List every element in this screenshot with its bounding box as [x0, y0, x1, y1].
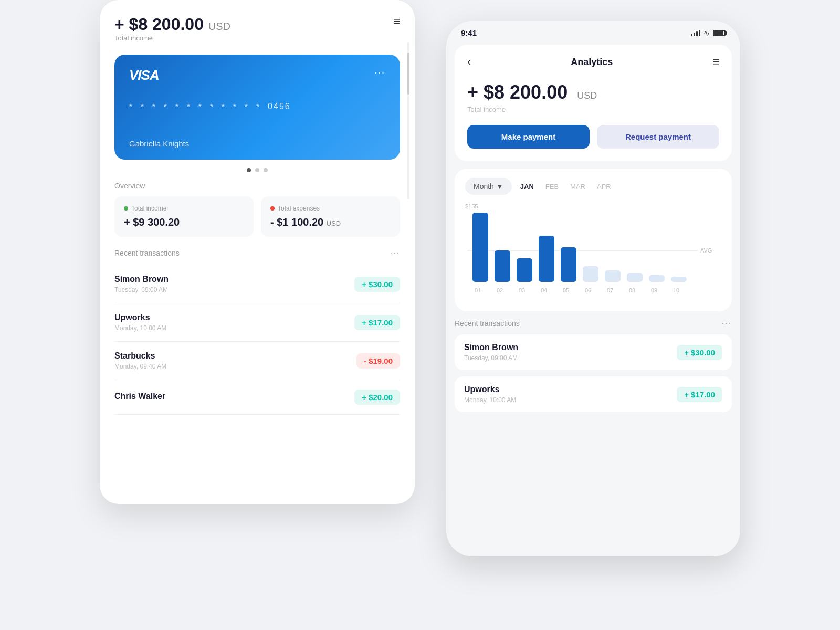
transaction-amount: + $20.00: [354, 390, 400, 405]
bar-03: [517, 258, 532, 282]
request-payment-button[interactable]: Request payment: [597, 125, 719, 149]
scroll-dot-3[interactable]: [264, 168, 268, 172]
overview-expenses-card: Total expenses - $1 100.20 USD: [261, 196, 400, 237]
transactions-header: Recent transactions ···: [114, 248, 400, 258]
make-payment-button[interactable]: Make payment: [467, 125, 590, 149]
scroll-dot-2[interactable]: [255, 168, 259, 172]
scroll-dot-1[interactable]: [247, 168, 251, 172]
right-transaction-amount: + $17.00: [677, 387, 722, 402]
right-transaction-name: Upworks: [464, 385, 516, 394]
table-row: Simon Brown Tuesday, 09:00 AM + $30.00: [114, 265, 400, 303]
action-buttons: Make payment Request payment: [467, 125, 719, 149]
month-labels: JAN FEB MAR APR: [520, 183, 611, 191]
right-income-label: Total income: [467, 106, 719, 113]
list-item: Upworks Monday, 10:00 AM + $17.00: [455, 376, 732, 412]
chevron-down-icon: ▼: [496, 182, 503, 191]
hamburger-icon[interactable]: ≡: [393, 15, 400, 28]
chart-filter-row: Month ▼ JAN FEB MAR APR: [465, 178, 721, 195]
scrollbar-thumb[interactable]: [407, 52, 410, 94]
expenses-currency: USD: [327, 219, 341, 227]
page-title: Analytics: [571, 57, 613, 68]
bar-04: [539, 236, 554, 282]
x-label-03: 03: [519, 287, 525, 293]
list-item: Simon Brown Tuesday, 09:00 AM + $30.00: [455, 334, 732, 370]
right-transactions-menu-button[interactable]: ···: [722, 319, 732, 328]
battery-icon: [713, 30, 726, 36]
bar-02: [495, 250, 510, 282]
right-menu-icon[interactable]: ≡: [712, 55, 719, 69]
signal-bar-2: [694, 33, 695, 36]
x-label-06: 06: [585, 287, 591, 293]
left-phone: + $8 200.00 USD Total income ≡ VISA ··· …: [100, 0, 415, 504]
visa-logo: VISA: [129, 67, 385, 83]
month-mar[interactable]: MAR: [570, 183, 585, 191]
card-last4: 0456: [268, 102, 291, 111]
transactions-label: Recent transactions: [114, 249, 180, 257]
left-header: + $8 200.00 USD Total income ≡: [114, 15, 400, 51]
right-transactions-label: Recent transactions: [455, 319, 520, 328]
x-label-05: 05: [563, 287, 569, 293]
visa-card: VISA ··· * * * * * * * * * * * * 0456 Ga…: [114, 55, 400, 160]
income-dot-icon: [124, 206, 128, 211]
table-row: Chris Walker + $20.00: [114, 380, 400, 415]
transactions-menu-button[interactable]: ···: [390, 248, 400, 258]
month-apr[interactable]: APR: [597, 183, 611, 191]
card-holder-name: Gabriella Knights: [129, 139, 189, 148]
left-currency: USD: [208, 20, 230, 32]
right-transaction-name: Simon Brown: [464, 343, 518, 352]
left-plus: + $8 200.00: [114, 15, 204, 34]
right-amount: + $8 200.00 USD: [467, 81, 719, 103]
back-button[interactable]: ‹: [467, 55, 471, 69]
left-amount-block: + $8 200.00 USD Total income: [114, 15, 230, 51]
month-feb[interactable]: FEB: [545, 183, 559, 191]
overview-income-card: Total income + $9 300.20: [114, 196, 254, 237]
signal-bar-1: [691, 34, 692, 36]
month-dropdown[interactable]: Month ▼: [465, 178, 512, 195]
scrollbar-track[interactable]: [407, 42, 410, 200]
overview-expenses-value: - $1 100.20 USD: [270, 216, 391, 228]
expenses-dot-icon: [270, 206, 275, 211]
card-menu-button[interactable]: ···: [374, 67, 385, 78]
x-label-04: 04: [541, 287, 547, 293]
bar-09: [649, 275, 665, 282]
x-label-08: 08: [629, 287, 635, 293]
avg-label: AVG: [700, 247, 712, 254]
bar-05: [561, 247, 576, 282]
signal-icon: [691, 30, 700, 36]
bar-chart: $155 AVG: [465, 203, 721, 298]
chart-top-label: $155: [465, 203, 478, 209]
transactions-list: Simon Brown Tuesday, 09:00 AM + $30.00 U…: [114, 265, 400, 415]
overview-expenses-label: Total expenses: [278, 205, 320, 212]
overview-expenses-header: Total expenses: [270, 205, 391, 212]
bar-01: [472, 213, 488, 282]
left-amount: + $8 200.00 USD: [114, 15, 230, 34]
overview-income-header: Total income: [124, 205, 244, 212]
right-transactions-header: Recent transactions ···: [455, 319, 732, 328]
right-main-card: ‹ Analytics ≡ + $8 200.00 USD Total inco…: [455, 45, 732, 161]
status-icons: ∿: [691, 29, 726, 37]
transaction-name: Upworks: [114, 313, 166, 322]
x-label-10: 10: [673, 287, 679, 293]
table-row: Starbucks Monday, 09:40 AM - $19.00: [114, 342, 400, 380]
right-transaction-date: Monday, 10:00 AM: [464, 396, 516, 404]
right-phone: 9:41 ∿ ‹ Analytics ≡ + $8 200.00 USD Tot…: [446, 21, 740, 556]
card-scroll-indicator: [114, 168, 400, 172]
bar-06: [583, 266, 598, 282]
transaction-name: Starbucks: [114, 351, 166, 361]
overview-cards: Total income + $9 300.20 Total expenses …: [114, 196, 400, 237]
overview-income-label: Total income: [131, 205, 166, 212]
transaction-amount: + $30.00: [354, 277, 400, 292]
month-dropdown-label: Month: [474, 182, 494, 191]
signal-bar-3: [696, 32, 698, 36]
month-jan[interactable]: JAN: [520, 183, 534, 191]
bar-10: [671, 277, 687, 282]
left-income-label: Total income: [114, 34, 230, 42]
status-bar: 9:41 ∿: [446, 21, 740, 37]
table-row: Upworks Monday, 10:00 AM + $17.00: [114, 303, 400, 342]
transaction-date: Monday, 09:40 AM: [114, 363, 166, 370]
signal-bar-4: [699, 30, 700, 36]
transaction-amount: + $17.00: [354, 315, 400, 330]
transaction-name: Chris Walker: [114, 392, 165, 401]
transaction-date: Tuesday, 09:00 AM: [114, 286, 169, 293]
wifi-icon: ∿: [704, 29, 710, 37]
